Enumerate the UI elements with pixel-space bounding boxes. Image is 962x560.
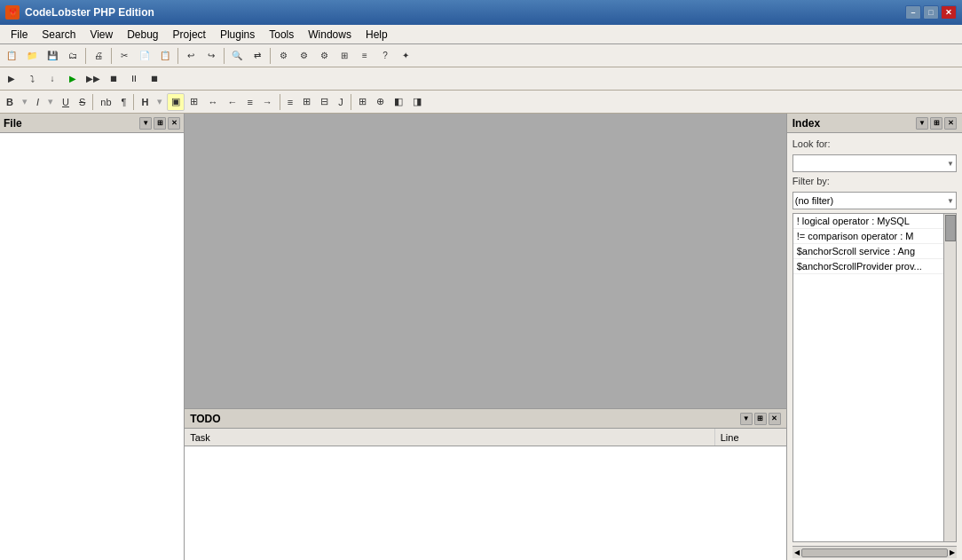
minimize-button[interactable]: – [905,5,921,20]
todo-header: TODO ▼ ⊞ ✕ [185,409,786,429]
todo-title: TODO [190,413,220,425]
todo-columns: Task Line [185,429,786,446]
tb-debug-run[interactable]: ▶ [63,69,83,89]
index-item-4[interactable]: $anchorScrollProvider prov... [793,259,956,274]
tb-debug-start[interactable]: ▶ [2,69,21,89]
index-item-3[interactable]: $anchorScroll service : Ang [793,244,956,259]
tb-print[interactable]: 🖨 [89,46,108,66]
tb-find[interactable]: 🔍 [227,46,247,66]
fmt-b4[interactable]: ≡ [242,93,256,111]
todo-pin-btn[interactable]: ▼ [740,413,753,425]
menu-tools[interactable]: Tools [262,27,301,43]
tb-sep3 [177,48,178,64]
fmt-strike[interactable]: S [75,93,90,111]
right-panel: Index ▼ ⊞ ✕ Look for: ▼ Filter by: (no f… [786,114,962,560]
index-pin-btn[interactable]: ▼ [916,117,928,130]
fmt-para[interactable]: ¶ [117,93,131,111]
tb-copy[interactable]: 📄 [135,46,154,66]
filter-by-label: Filter by: [792,176,957,186]
tb-debug-pause[interactable]: ⏸ [124,69,144,89]
todo-float-btn[interactable]: ⊞ [754,413,767,425]
todo-col-task[interactable]: Task [185,429,715,446]
menu-file[interactable]: File [4,27,35,43]
fmt-b9[interactable]: ⊕ [372,93,389,111]
tb-replace[interactable]: ⇄ [248,46,267,66]
tb-b4[interactable]: ⊞ [335,46,354,66]
tb-debug-stop[interactable]: ⏹ [104,69,123,89]
menu-windows[interactable]: Windows [301,27,359,43]
sidebar-close-btn[interactable]: ✕ [168,117,180,130]
fmt-b7[interactable]: ⊟ [316,93,333,111]
sidebar-controls: ▼ ⊞ ✕ [139,117,180,130]
sidebar-float-btn[interactable]: ⊞ [154,117,166,130]
tb-debug-step-over[interactable]: ⤵ [22,69,42,89]
todo-close-btn[interactable]: ✕ [769,413,781,425]
app-title: CodeLobster PHP Edition [25,6,905,19]
tb-b5[interactable]: ≡ [355,46,375,66]
window-controls: – □ ✕ [905,5,957,20]
tb-undo[interactable]: ↩ [181,46,201,66]
index-close-btn[interactable]: ✕ [944,117,957,130]
tb-b2[interactable]: ⚙ [294,46,313,66]
fmt-sep5: ▾ [154,93,166,111]
fmt-italic[interactable]: I [32,93,43,111]
index-item-2[interactable]: != comparison operator : M [793,229,956,244]
fmt-heading[interactable]: H [137,93,153,111]
fmt-b5[interactable]: → [258,93,277,111]
menu-project[interactable]: Project [166,27,213,43]
tb-paste[interactable]: 📋 [155,46,175,66]
fmt-nb[interactable]: nb [96,93,115,111]
fmt-b11[interactable]: ◨ [408,93,426,111]
fmt-table[interactable]: ⊞ [354,93,371,111]
scroll-thumb [945,215,956,241]
tb-cut[interactable]: ✂ [114,46,134,66]
menu-plugins[interactable]: Plugins [213,27,262,43]
tb-b7[interactable]: ✦ [396,46,415,66]
menu-help[interactable]: Help [359,27,395,43]
tb-redo[interactable]: ↪ [201,46,221,66]
fmt-b2[interactable]: ↔ [203,93,222,111]
tb-new[interactable]: 📋 [2,46,21,66]
close-button[interactable]: ✕ [941,5,957,20]
todo-panel: TODO ▼ ⊞ ✕ Task Line [185,408,786,560]
fmt-b10[interactable]: ◧ [390,93,407,111]
sidebar-title: File [4,117,22,130]
tb-debug-step-right[interactable]: ▶▶ [83,69,103,89]
index-item-1[interactable]: ! logical operator : MySQL [793,214,956,229]
menu-debug[interactable]: Debug [120,27,165,43]
editor-space[interactable] [185,114,786,408]
fmt-bold[interactable]: B [2,93,18,111]
tb-debug-step-in[interactable]: ↓ [43,69,62,89]
tb-b1[interactable]: ⚙ [273,46,293,66]
menu-search[interactable]: Search [35,27,83,43]
filter-arrow: ▼ [947,197,954,205]
tb-sep4 [224,48,225,64]
fmt-sep2: ▾ [44,93,57,111]
h-scroll-right[interactable]: ▶ [950,548,955,556]
tb-saveall[interactable]: 🗂 [63,46,83,66]
tb-save[interactable]: 💾 [43,46,62,66]
maximize-button[interactable]: □ [923,5,939,20]
fmt-b6[interactable]: ⊞ [298,93,315,111]
fmt-underline[interactable]: U [58,93,74,111]
sidebar-pin-btn[interactable]: ▼ [139,117,152,130]
look-for-dropdown[interactable]: ▼ [792,154,957,172]
index-scrollbar[interactable] [943,214,956,541]
tb-sep2 [111,48,112,64]
fmt-highlight[interactable]: ▣ [167,93,185,111]
fmt-list[interactable]: ≡ [283,93,297,111]
todo-col-line[interactable]: Line [715,429,786,446]
index-body: Look for: ▼ Filter by: (no filter) ▼ ! l… [787,133,962,560]
tb-b3[interactable]: ⚙ [314,46,334,66]
fmt-b8[interactable]: J [334,93,348,111]
filter-by-dropdown[interactable]: (no filter) ▼ [792,192,957,209]
index-hscrollbar[interactable]: ◀ ▶ [792,546,957,558]
tb-open[interactable]: 📁 [22,46,42,66]
fmt-b1[interactable]: ⊞ [185,93,202,111]
tb-b6[interactable]: ? [375,46,395,66]
h-scroll-left[interactable]: ◀ [794,548,800,556]
menu-view[interactable]: View [83,27,120,43]
fmt-b3[interactable]: ← [223,93,241,111]
index-float-btn[interactable]: ⊞ [930,117,942,130]
tb-debug-stop2[interactable]: ⏹ [145,69,164,89]
